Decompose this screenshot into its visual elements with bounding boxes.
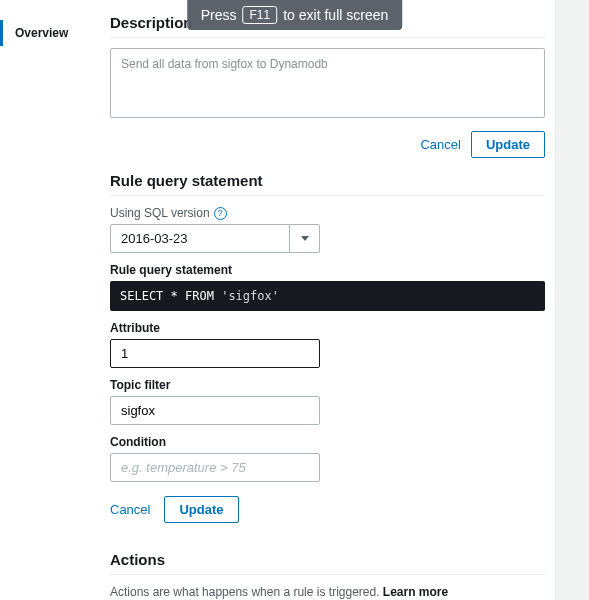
sql-version-label-text: Using SQL version	[110, 206, 210, 220]
fullscreen-key: F11	[243, 6, 278, 24]
statement-label: Rule query statement	[110, 263, 545, 277]
main-content: Description Send all data from sigfox to…	[100, 0, 555, 600]
sql-version-value: 2016-03-23	[110, 224, 290, 253]
attribute-label: Attribute	[110, 321, 545, 335]
fullscreen-prefix: Press	[201, 7, 237, 23]
actions-help-prefix: Actions are what happens when a rule is …	[110, 585, 383, 599]
divider	[110, 195, 545, 196]
description-update-button[interactable]: Update	[471, 131, 545, 158]
fullscreen-notice: Press F11 to exit full screen	[187, 0, 403, 30]
left-nav: Overview	[0, 0, 100, 600]
rqs-update-button[interactable]: Update	[164, 496, 238, 523]
rqs-heading: Rule query statement	[110, 172, 545, 189]
actions-help-text: Actions are what happens when a rule is …	[110, 585, 545, 599]
sql-version-label: Using SQL version ?	[110, 206, 545, 220]
actions-heading: Actions	[110, 551, 545, 568]
code-keyword: SELECT * FROM	[120, 289, 214, 303]
info-icon[interactable]: ?	[214, 207, 227, 220]
tab-overview[interactable]: Overview	[0, 20, 100, 46]
sql-version-select[interactable]: 2016-03-23	[110, 224, 320, 253]
topic-filter-label: Topic filter	[110, 378, 545, 392]
attribute-input[interactable]	[110, 339, 320, 368]
fullscreen-suffix: to exit full screen	[283, 7, 388, 23]
chevron-down-icon[interactable]	[290, 224, 320, 253]
condition-input[interactable]	[110, 453, 320, 482]
code-string: 'sigfox'	[221, 289, 279, 303]
rqs-cancel-button[interactable]: Cancel	[110, 502, 150, 517]
description-cancel-button[interactable]: Cancel	[420, 137, 460, 152]
learn-more-link[interactable]: Learn more	[383, 585, 448, 599]
description-textarea[interactable]: Send all data from sigfox to Dynamodb	[110, 48, 545, 118]
topic-filter-input[interactable]	[110, 396, 320, 425]
divider	[110, 574, 545, 575]
condition-label: Condition	[110, 435, 545, 449]
divider	[110, 37, 545, 38]
rule-query-code: SELECT * FROM 'sigfox'	[110, 281, 545, 311]
right-gutter	[555, 0, 589, 600]
